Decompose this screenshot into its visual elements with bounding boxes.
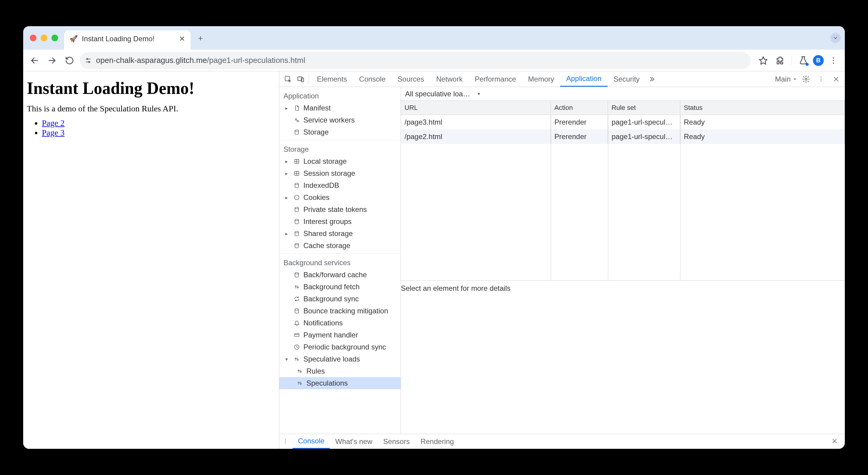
tab-sources[interactable]: Sources — [392, 71, 430, 87]
tab-search-button[interactable] — [830, 33, 841, 43]
svg-point-33 — [297, 198, 298, 198]
svg-point-39 — [295, 309, 299, 310]
col-url[interactable]: URL — [401, 101, 551, 115]
sidebar-item-cookies[interactable]: ▸Cookies — [279, 191, 401, 204]
db-icon — [293, 271, 300, 278]
new-tab-button[interactable]: ＋ — [195, 33, 206, 43]
svg-point-21 — [295, 119, 297, 120]
page-link[interactable]: Page 2 — [42, 118, 64, 128]
sidebar-item-session-storage[interactable]: ▸Session storage — [279, 167, 401, 179]
sidebar-item-rules[interactable]: Rules — [279, 365, 401, 377]
speculation-filter-bar: All speculative loa… — [401, 87, 845, 101]
chrome-menu-button[interactable] — [826, 53, 841, 68]
svg-point-16 — [821, 77, 822, 78]
table-row[interactable]: /page2.html Prerender page1-url-specul… … — [401, 129, 845, 144]
drawer-tab-console[interactable]: Console — [292, 434, 330, 449]
cookie-icon — [293, 194, 300, 201]
sidebar-item-notifications[interactable]: Notifications — [279, 317, 401, 329]
sidebar-item-bounce-tracking[interactable]: Bounce tracking mitigation — [279, 305, 401, 317]
reload-button[interactable] — [62, 53, 77, 68]
svg-point-46 — [285, 442, 286, 443]
window-controls — [27, 35, 61, 41]
address-bar[interactable]: open-chalk-asparagus.glitch.me/page1-url… — [80, 52, 751, 69]
sidebar-item-indexeddb[interactable]: IndexedDB — [279, 179, 401, 191]
sidebar-item-local-storage[interactable]: ▸Local storage — [279, 155, 401, 167]
devtools-main: All speculative loa… URL Action Rule set… — [401, 87, 845, 434]
sidebar-item-cache-storage[interactable]: Cache storage — [279, 240, 401, 251]
svg-point-32 — [296, 197, 297, 198]
more-tabs-icon[interactable] — [646, 73, 658, 86]
device-toolbar-icon[interactable] — [294, 73, 307, 86]
drawer-tab-rendering[interactable]: Rendering — [415, 434, 459, 449]
grid-icon — [293, 170, 300, 177]
forward-button[interactable] — [45, 53, 59, 68]
db-icon — [293, 242, 300, 249]
page-link-list: Page 2 Page 3 — [27, 118, 275, 138]
page-link[interactable]: Page 3 — [42, 128, 64, 137]
minimize-window-button[interactable] — [41, 35, 47, 41]
browser-tab[interactable]: 🚀 Instant Loading Demo! ✕ — [64, 30, 190, 50]
bell-icon — [293, 319, 300, 327]
svg-point-5 — [89, 61, 90, 63]
sidebar-item-service-workers[interactable]: Service workers — [279, 114, 401, 126]
drawer-menu-icon[interactable] — [282, 437, 292, 446]
sidebar-item-background-fetch[interactable]: Background fetch — [279, 281, 401, 293]
drawer-tab-sensors[interactable]: Sensors — [378, 434, 415, 449]
card-icon — [293, 331, 300, 339]
close-drawer-icon[interactable] — [832, 437, 842, 446]
sidebar-item-shared-storage[interactable]: ▸Shared storage — [279, 228, 401, 240]
sidebar-item-storage[interactable]: Storage — [279, 126, 401, 138]
col-ruleset[interactable]: Rule set — [608, 101, 680, 115]
clock-icon — [293, 344, 300, 351]
tab-strip: 🚀 Instant Loading Demo! ✕ ＋ — [23, 26, 845, 50]
extensions-button[interactable] — [773, 53, 787, 68]
profile-avatar[interactable]: B — [813, 55, 824, 66]
sidebar-item-periodic-sync[interactable]: Periodic background sync — [279, 341, 401, 353]
tab-console[interactable]: Console — [353, 71, 392, 87]
sidebar-item-private-state-tokens[interactable]: Private state tokens — [279, 204, 401, 215]
sidebar-item-speculative-loads[interactable]: ▾Speculative loads — [279, 353, 401, 365]
db-icon — [293, 307, 300, 315]
sidebar-item-interest-groups[interactable]: Interest groups — [279, 215, 401, 228]
gears-icon — [293, 117, 300, 124]
close-devtools-icon[interactable] — [830, 73, 842, 86]
tab-elements[interactable]: Elements — [311, 71, 353, 87]
back-button[interactable] — [27, 53, 42, 68]
svg-point-9 — [833, 60, 834, 61]
sidebar-item-background-sync[interactable]: Background sync — [279, 293, 401, 305]
inspect-element-icon[interactable] — [282, 73, 294, 86]
table-row[interactable]: /page3.html Prerender page1-url-specul… … — [401, 115, 845, 129]
col-action[interactable]: Action — [551, 101, 608, 115]
tab-title: Instant Loading Demo! — [82, 35, 155, 43]
col-status[interactable]: Status — [680, 101, 845, 115]
svg-point-3 — [87, 58, 88, 60]
sidebar-item-speculations[interactable]: Speculations — [279, 377, 401, 389]
target-selector[interactable]: Main — [775, 75, 797, 83]
svg-rect-40 — [294, 333, 299, 336]
sidebar-item-manifest[interactable]: ▸Manifest — [279, 102, 401, 114]
tab-security[interactable]: Security — [608, 71, 646, 87]
sidebar-item-bf-cache[interactable]: Back/forward cache — [279, 269, 401, 281]
toolbar: open-chalk-asparagus.glitch.me/page1-url… — [23, 50, 845, 71]
sidebar-item-payment-handler[interactable]: Payment handler — [279, 329, 401, 341]
svg-marker-14 — [794, 79, 796, 80]
updown-icon — [296, 367, 303, 375]
tab-memory[interactable]: Memory — [522, 71, 560, 87]
speculation-filter-select[interactable]: All speculative loa… — [405, 90, 482, 98]
settings-icon[interactable] — [800, 73, 812, 86]
sidebar-section-background: Background services — [279, 256, 401, 269]
labs-button[interactable] — [796, 53, 810, 68]
tab-performance[interactable]: Performance — [469, 71, 522, 87]
svg-point-37 — [295, 243, 299, 245]
svg-marker-6 — [760, 57, 767, 64]
drawer-tab-whatsnew[interactable]: What's new — [330, 434, 378, 449]
tab-application[interactable]: Application — [560, 71, 607, 87]
bookmark-button[interactable] — [756, 53, 771, 68]
site-settings-icon[interactable] — [85, 57, 92, 64]
devtools-tab-bar: Elements Console Sources Network Perform… — [279, 71, 845, 87]
devtools-menu-icon[interactable] — [815, 73, 827, 86]
close-window-button[interactable] — [30, 35, 36, 41]
maximize-window-button[interactable] — [52, 35, 58, 41]
close-tab-icon[interactable]: ✕ — [167, 35, 185, 43]
tab-network[interactable]: Network — [430, 71, 469, 87]
